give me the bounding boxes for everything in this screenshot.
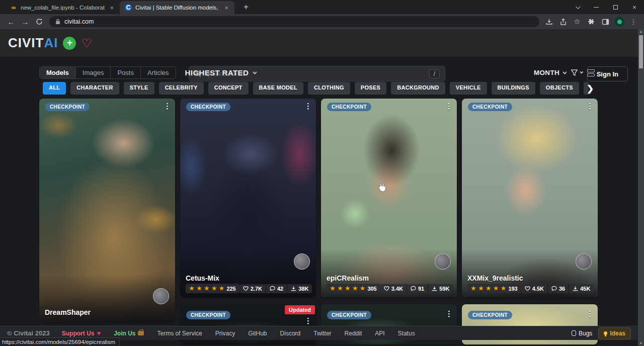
- chip-clothing[interactable]: CLOTHING: [308, 82, 350, 95]
- chip-style[interactable]: STYLE: [124, 82, 154, 95]
- sort-dropdown[interactable]: HIGHEST RATED: [185, 68, 256, 77]
- page-scrollbar[interactable]: ▲ ▼: [638, 29, 644, 346]
- close-icon[interactable]: ×: [223, 4, 229, 12]
- card-menu-dots-icon[interactable]: ⋮: [164, 102, 171, 111]
- address-bar[interactable]: civitai.com: [49, 16, 539, 27]
- chip-buildings[interactable]: BUILDINGS: [492, 82, 535, 95]
- chips-scroll-right-icon[interactable]: ❯: [587, 83, 594, 94]
- tab-search-chevron-icon[interactable]: [568, 0, 587, 14]
- footer-link-api[interactable]: API: [375, 330, 384, 337]
- model-title: epiCRealism: [327, 274, 369, 282]
- chip-celebrity[interactable]: CELEBRITY: [159, 82, 204, 95]
- browser-tab-civitai[interactable]: C Civitai | Stable Diffusion models, ×: [120, 1, 234, 14]
- rating-pill: ★★★★★ 193: [467, 284, 521, 293]
- bug-icon: [572, 330, 576, 336]
- star-icon: ★: [189, 285, 195, 292]
- footer-link-status[interactable]: Status: [398, 330, 415, 337]
- side-panel-icon[interactable]: [599, 15, 612, 28]
- filter-funnel-button[interactable]: [571, 69, 582, 76]
- rating-pill: ★★★★★ 305: [327, 284, 380, 293]
- extensions-puzzle-icon[interactable]: [585, 15, 598, 28]
- tab-posts[interactable]: Posts: [111, 67, 141, 78]
- card-menu-dots-icon[interactable]: ⋮: [586, 102, 594, 111]
- scrollbar-thumb[interactable]: [639, 35, 643, 68]
- chip-vehicle[interactable]: VEHICLE: [450, 82, 487, 95]
- download-icon[interactable]: [542, 15, 555, 28]
- card-menu-dots-icon[interactable]: ⋮: [304, 102, 312, 111]
- forward-icon[interactable]: →: [18, 15, 32, 28]
- creator-avatar[interactable]: [153, 288, 169, 304]
- browser-tab-colab[interactable]: ∞ new_colab_file.ipynb - Colaborat ×: [5, 1, 120, 14]
- bugs-button[interactable]: Bugs: [572, 330, 592, 337]
- back-icon[interactable]: ←: [4, 15, 18, 28]
- card-menu-dots-icon[interactable]: ⋮: [304, 316, 312, 325]
- maximize-button[interactable]: [606, 0, 625, 14]
- tab-title: new_colab_file.ipynb - Colaborat: [21, 5, 105, 11]
- heart-icon: [384, 286, 389, 291]
- footer-link-github[interactable]: GitHub: [248, 330, 267, 337]
- sort-label: HIGHEST RATED: [185, 68, 249, 77]
- toolbar-actions: ☆ ⋮: [542, 15, 640, 28]
- model-stats: ★★★★★ 193 4.5K 36 45K: [467, 284, 593, 293]
- create-plus-button[interactable]: +: [63, 37, 76, 50]
- footer-link-terms[interactable]: Terms of Service: [157, 330, 202, 337]
- briefcase-icon: [138, 331, 144, 335]
- footer-link-support-us[interactable]: Support Us ♥: [62, 329, 101, 337]
- join-us-label: Join Us: [114, 330, 135, 337]
- heart-icon: [525, 286, 530, 291]
- heart-icon: ♥: [97, 329, 101, 337]
- footer-link-join-us[interactable]: Join Us: [114, 330, 144, 337]
- lock-icon: [55, 19, 60, 25]
- close-window-button[interactable]: ×: [625, 0, 644, 14]
- card-menu-dots-icon[interactable]: ⋮: [445, 309, 453, 318]
- new-tab-button[interactable]: +: [240, 2, 252, 12]
- browser-menu-icon[interactable]: ⋮: [627, 15, 640, 28]
- likes-pill: 4.5K: [521, 284, 547, 293]
- footer-link-privacy[interactable]: Privacy: [215, 330, 235, 337]
- model-card-cetus-mix[interactable]: CHECKPOINT ⋮ Cetus-Mix ★★★★★ 225 2.7K 42: [180, 99, 316, 297]
- scroll-up-icon[interactable]: ▲: [639, 29, 643, 34]
- bookmark-star-icon[interactable]: ☆: [571, 15, 584, 28]
- model-card-dreamshaper[interactable]: CHECKPOINT ⋮ DreamShaper: [39, 99, 175, 322]
- card-menu-dots-icon[interactable]: ⋮: [445, 102, 453, 111]
- reload-icon[interactable]: [32, 15, 46, 28]
- link-status-tooltip: https://civitai.com/models/25694/epicrea…: [0, 337, 120, 346]
- creator-avatar[interactable]: [576, 253, 592, 270]
- tab-articles[interactable]: Articles: [141, 67, 176, 78]
- model-card-epicrealism[interactable]: CHECKPOINT ⋮ epiCRealism ★★★★★ 305 3.4K …: [321, 99, 457, 297]
- model-card-xxmix-9realistic[interactable]: CHECKPOINT ⋮ XXMix_9realistic ★★★★★ 193 …: [462, 99, 598, 297]
- creator-avatar[interactable]: [435, 253, 451, 270]
- favorites-heart-icon[interactable]: ♡: [81, 37, 92, 49]
- likes-count: 2.7K: [251, 286, 262, 292]
- download-icon: [573, 286, 578, 291]
- model-type-badge: CHECKPOINT: [186, 311, 230, 319]
- minimize-button[interactable]: [587, 0, 606, 14]
- profile-avatar[interactable]: [613, 15, 626, 28]
- browser-tabstrip: ∞ new_colab_file.ipynb - Colaborat × C C…: [0, 0, 644, 14]
- footer-link-twitter[interactable]: Twitter: [313, 330, 331, 337]
- footer-link-discord[interactable]: Discord: [280, 330, 301, 337]
- chip-poses[interactable]: POSES: [355, 82, 386, 95]
- tab-images[interactable]: Images: [76, 67, 111, 78]
- card-menu-dots-icon[interactable]: ⋮: [586, 309, 594, 318]
- period-dropdown[interactable]: MONTH: [534, 69, 566, 76]
- civitai-logo[interactable]: CIVITAI: [8, 35, 58, 51]
- rating-count: 305: [367, 286, 376, 292]
- logo-text-accent: AI: [44, 35, 58, 51]
- model-stats: ★★★★★ 305 3.4K 91 59K: [327, 284, 452, 293]
- creator-avatar[interactable]: [294, 253, 310, 270]
- footer-link-reddit[interactable]: Reddit: [345, 330, 362, 337]
- chip-all[interactable]: ALL: [43, 82, 66, 95]
- ideas-button[interactable]: Ideas: [598, 327, 631, 339]
- close-icon[interactable]: ×: [109, 4, 115, 12]
- chip-objects[interactable]: OBJECTS: [540, 82, 579, 95]
- chip-character[interactable]: CHARACTER: [70, 82, 119, 95]
- chip-background[interactable]: BACKGROUND: [391, 82, 445, 95]
- model-type-badge: CHECKPOINT: [468, 311, 512, 319]
- chip-concept[interactable]: CONCEPT: [208, 82, 249, 95]
- scroll-down-icon[interactable]: ▼: [639, 341, 643, 346]
- tab-models[interactable]: Models: [40, 67, 76, 78]
- share-icon[interactable]: [556, 15, 570, 28]
- layout-toggle-button[interactable]: [587, 69, 595, 76]
- chip-base-model[interactable]: BASE MODEL: [253, 82, 303, 95]
